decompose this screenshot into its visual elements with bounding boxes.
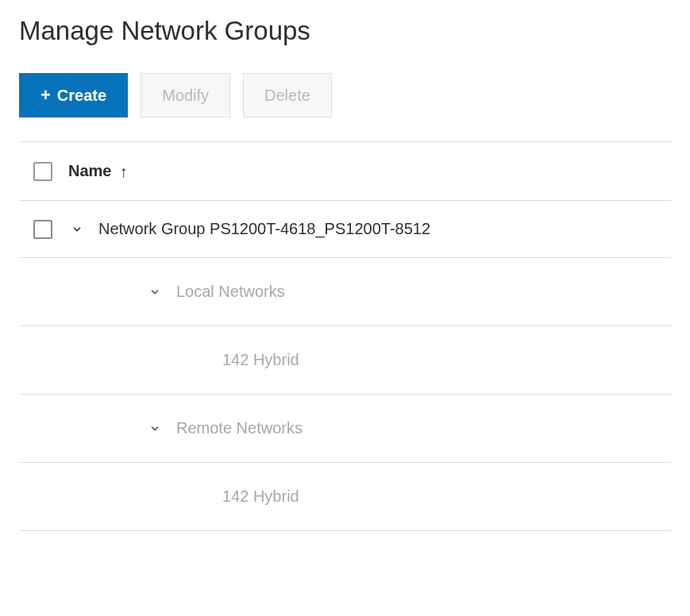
row-checkbox[interactable]	[33, 220, 52, 239]
table: Name ↑ Network Group PS1200T-4618_PS1200…	[19, 141, 671, 531]
sort-asc-icon: ↑	[119, 164, 127, 179]
category-label: Remote Networks	[176, 419, 303, 437]
network-item-label: 142 Hybrid	[222, 487, 299, 506]
plus-icon: +	[40, 87, 51, 104]
table-header: Name ↑	[19, 142, 671, 201]
column-header-name[interactable]: Name ↑	[68, 162, 127, 180]
modify-button-label: Modify	[162, 87, 209, 105]
create-button-label: Create	[57, 87, 106, 105]
create-button[interactable]: + Create	[19, 73, 128, 117]
select-all-checkbox[interactable]	[33, 162, 52, 181]
page-title: Manage Network Groups	[19, 16, 671, 46]
group-row[interactable]: Network Group PS1200T-4618_PS1200T-8512	[19, 201, 671, 258]
chevron-down-icon[interactable]	[148, 285, 162, 299]
chevron-down-icon[interactable]	[148, 422, 162, 436]
delete-button-label: Delete	[264, 87, 310, 105]
category-row-remote[interactable]: Remote Networks	[19, 395, 671, 463]
network-item-row[interactable]: 142 Hybrid	[19, 326, 671, 395]
column-header-name-label: Name	[68, 162, 111, 180]
network-item-row[interactable]: 142 Hybrid	[19, 463, 671, 531]
category-row-local[interactable]: Local Networks	[19, 258, 671, 326]
delete-button[interactable]: Delete	[243, 73, 332, 117]
modify-button[interactable]: Modify	[141, 73, 230, 117]
group-name-label: Network Group PS1200T-4618_PS1200T-8512	[98, 220, 430, 238]
network-item-label: 142 Hybrid	[222, 351, 299, 369]
category-label: Local Networks	[176, 283, 285, 301]
toolbar: + Create Modify Delete	[19, 73, 671, 117]
chevron-down-icon[interactable]	[70, 222, 84, 237]
